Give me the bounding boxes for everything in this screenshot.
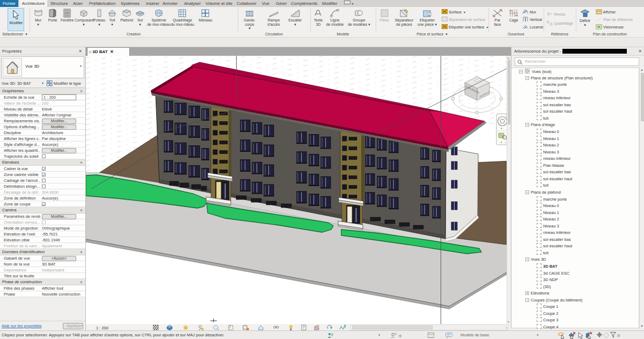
svg-text::0: :0 [398, 334, 401, 338]
svg-text::0: :0 [617, 334, 620, 337]
svg-text:1: 1 [428, 13, 430, 16]
